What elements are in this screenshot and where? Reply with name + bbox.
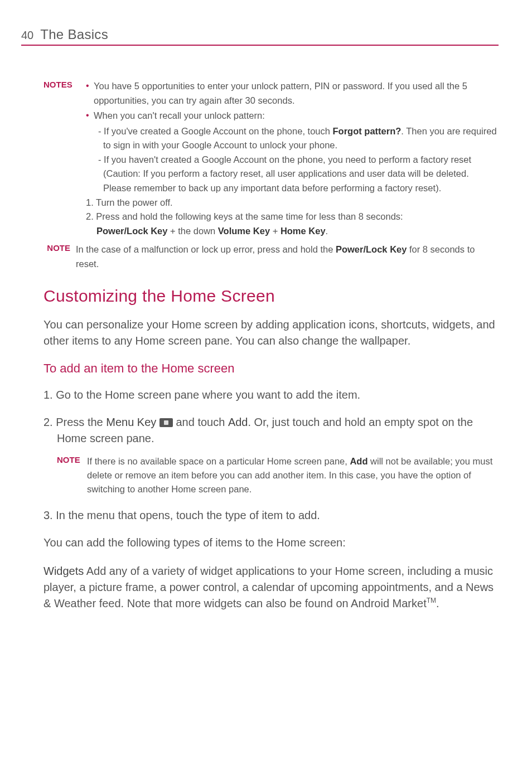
inline-note: NOTE If there is no available space on a… [57,454,499,496]
note-bullet: You have 5 opportunities to enter your u… [86,79,499,108]
section-heading: Customizing the Home Screen [43,287,499,306]
note-label: NOTE [57,454,81,496]
notes-label: NOTES [43,79,78,238]
note-block: NOTE In the case of a malfunction or loc… [43,243,499,271]
page-number: 40 [21,29,33,42]
widgets-label: Widgets [43,565,84,577]
page-content: NOTES You have 5 opportunities to enter … [21,79,499,612]
manual-page: 40 The Basics NOTES You have 5 opportuni… [0,0,532,765]
notes-body: You have 5 opportunities to enter your u… [86,79,499,238]
note-sub: - If you've created a Google Account on … [86,124,499,196]
subsection-heading: To add an item to the Home screen [43,361,499,376]
note-bullet: When you can't recall your unlock patter… [86,109,499,123]
note-body: In the case of a malfunction or lock up … [76,243,499,271]
note-dash: - If you've created a Google Account on … [90,124,499,153]
header-title: The Basics [40,27,108,42]
note-keys: Power/Lock Key + the down Volume Key + H… [86,224,499,239]
step-item: 2. Press the Menu Key and touch Add. Or,… [43,414,499,447]
page-header: 40 The Basics [21,27,499,46]
notes-block: NOTES You have 5 opportunities to enter … [43,79,499,238]
intro-paragraph: You can personalize your Home screen by … [43,317,499,349]
menu-key-icon [159,418,173,427]
note-body: If there is no available space on a part… [87,454,499,496]
widgets-paragraph: Widgets Add any of a variety of widget a… [43,563,499,612]
note-numbered: 2. Press and hold the following keys at … [86,210,499,224]
note-label: NOTE [43,243,70,271]
note-numbered: 1. Turn the power off. [86,196,499,210]
note-dash: - If you haven't created a Google Accoun… [90,153,499,196]
trademark: TM [427,597,436,604]
step-item: 3. In the menu that opens, touch the typ… [43,507,499,524]
step-item: 1. Go to the Home screen pane where you … [43,387,499,403]
paragraph: You can add the following types of items… [43,535,499,551]
